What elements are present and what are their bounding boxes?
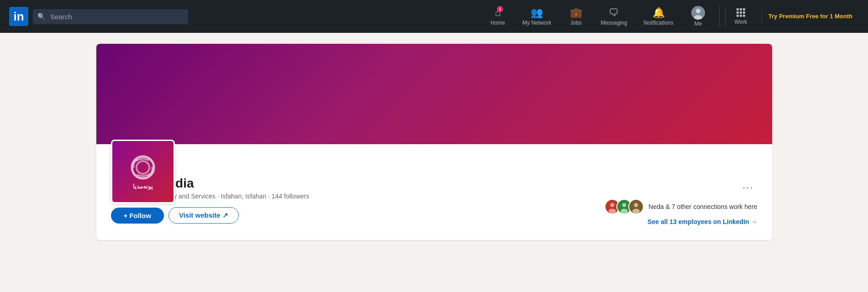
- connections-text: Neda & 7 other connections work here: [648, 203, 757, 210]
- connections-row: Neda & 7 other connections work here: [605, 199, 757, 214]
- logo-arabic-text: پونه‌مدیا: [133, 183, 153, 190]
- svg-point-1: [696, 9, 700, 13]
- nav-divider: [719, 5, 720, 27]
- svg-point-10: [621, 209, 628, 214]
- company-info: PoonehMedia Information Technology and S…: [111, 176, 758, 225]
- messaging-label: Messaging: [600, 20, 627, 26]
- avatar: [691, 6, 705, 20]
- jobs-label: Jobs: [570, 20, 582, 26]
- company-logo: پونه‌مدیا: [111, 140, 175, 203]
- network-icon: 👥: [531, 7, 543, 19]
- company-actions: + Follow Visit website ↗: [111, 207, 310, 224]
- nav-item-home[interactable]: ⌂ 1 Home: [482, 4, 513, 29]
- linkedin-logo[interactable]: in: [9, 7, 28, 26]
- jobs-icon: 💼: [570, 7, 582, 19]
- see-all-employees-link[interactable]: See all 13 employees on LinkedIn →: [647, 218, 757, 225]
- company-body: پونه‌مدیا PoonehMedia Information Techno…: [96, 176, 772, 240]
- svg-point-9: [622, 203, 626, 207]
- nav-item-messaging[interactable]: 🗨 Messaging: [593, 4, 634, 29]
- svg-point-12: [634, 203, 638, 207]
- follow-button[interactable]: + Follow: [111, 208, 164, 224]
- company-logo-inner: پونه‌مدیا: [112, 141, 174, 202]
- svg-point-3: [132, 156, 154, 178]
- search-wrap: 🔍: [33, 9, 188, 24]
- home-label: Home: [490, 20, 505, 26]
- svg-point-13: [632, 209, 640, 214]
- navbar: in 🔍 ⌂ 1 Home 👥 My Network 💼 Jobs 🗨 Mess…: [0, 0, 868, 33]
- visit-website-button[interactable]: Visit website ↗: [168, 207, 239, 224]
- nav-items: ⌂ 1 Home 👥 My Network 💼 Jobs 🗨 Messaging…: [482, 3, 859, 30]
- nav-item-jobs[interactable]: 💼 Jobs: [560, 4, 591, 29]
- home-badge: 1: [497, 6, 503, 12]
- notifications-label: Notifications: [643, 20, 673, 26]
- search-icon: 🔍: [37, 13, 45, 20]
- avatar-mini-3: [628, 199, 644, 214]
- network-label: My Network: [522, 20, 551, 26]
- svg-point-7: [609, 209, 616, 214]
- me-label: Me: [694, 21, 702, 27]
- avatar-stack: [605, 199, 644, 214]
- svg-point-6: [610, 203, 615, 207]
- company-right: ···: [605, 180, 757, 225]
- nav-premium[interactable]: Try Premium Free for 1 Month: [762, 10, 859, 23]
- search-input[interactable]: [33, 9, 188, 24]
- nav-item-work[interactable]: Work: [725, 5, 756, 28]
- notifications-icon: 🔔: [652, 7, 665, 19]
- more-options-button[interactable]: ···: [739, 180, 757, 195]
- nav-item-me[interactable]: Me: [683, 3, 714, 30]
- messaging-icon: 🗨: [609, 7, 619, 19]
- work-grid-icon: [736, 8, 745, 17]
- logo-ring-svg: [129, 154, 157, 181]
- nav-item-notifications[interactable]: 🔔 Notifications: [636, 4, 680, 29]
- company-banner: [96, 44, 772, 144]
- svg-point-4: [137, 161, 149, 174]
- main-content: پونه‌مدیا PoonehMedia Information Techno…: [87, 44, 781, 240]
- company-card: پونه‌مدیا PoonehMedia Information Techno…: [96, 44, 772, 240]
- work-label: Work: [734, 19, 747, 25]
- nav-item-network[interactable]: 👥 My Network: [515, 4, 558, 29]
